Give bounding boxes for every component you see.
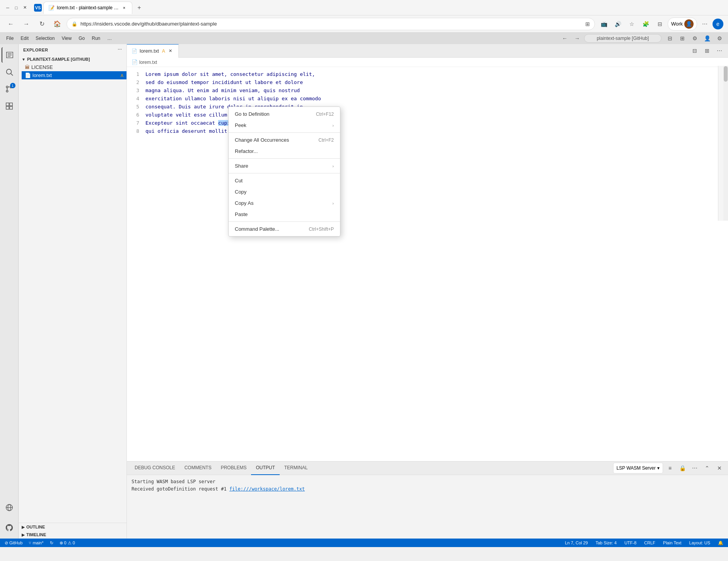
- scrollbar-thumb[interactable]: [724, 67, 728, 82]
- file-item-lorem[interactable]: 📄 lorem.txt A: [22, 71, 126, 79]
- panel-maximize-button[interactable]: ⌃: [702, 463, 713, 474]
- vscode-nav-back[interactable]: ←: [559, 33, 570, 44]
- profile-avatar: 👤: [684, 19, 694, 29]
- status-sync-button[interactable]: ↻: [48, 540, 55, 546]
- vscode-nav-forward[interactable]: →: [572, 33, 583, 44]
- source-control-badge: 1: [10, 83, 15, 88]
- refresh-button[interactable]: ↻: [36, 18, 48, 30]
- ctx-change-all-occurrences[interactable]: Change All Occurrences Ctrl+F2: [229, 134, 340, 146]
- profile-label: Work: [671, 21, 683, 27]
- status-errors-button[interactable]: ⊗ 0 ⚠ 0: [58, 540, 77, 546]
- maximize-button[interactable]: □: [13, 5, 19, 11]
- split-view-button[interactable]: ⊟: [654, 18, 666, 30]
- panel-close-button[interactable]: ✕: [714, 463, 725, 474]
- minimize-button[interactable]: ─: [5, 5, 11, 11]
- tab-favicon: 📝: [48, 5, 55, 11]
- code-line-1: Lorem ipsum dolor sit amet, consectetur …: [145, 70, 728, 78]
- new-tab-button[interactable]: +: [134, 2, 145, 13]
- home-button[interactable]: 🏠: [51, 18, 63, 30]
- tab-close-icon[interactable]: ✕: [167, 48, 174, 54]
- activity-explorer-button[interactable]: [2, 47, 17, 63]
- status-line-ending[interactable]: CRLF: [643, 540, 657, 545]
- panel-content: Starting WASM based LSP server Received …: [127, 475, 728, 539]
- layout-button[interactable]: ⊟: [665, 33, 675, 44]
- status-layout[interactable]: Layout: US: [688, 540, 712, 545]
- command-center[interactable]: plaintext-sample [GitHub]: [584, 34, 661, 43]
- activity-search-button[interactable]: [2, 64, 17, 80]
- activity-github-button[interactable]: [2, 520, 17, 535]
- activity-remote-button[interactable]: [2, 500, 17, 515]
- menu-file[interactable]: File: [3, 34, 17, 43]
- panel-tab-problems[interactable]: PROBLEMS: [216, 461, 251, 475]
- lock-output-button[interactable]: 🔒: [677, 463, 688, 474]
- scrollbar-track[interactable]: [723, 67, 728, 221]
- status-encoding[interactable]: UTF-8: [623, 540, 638, 545]
- address-bar[interactable]: 🔒 https://insiders.vscode.dev/github/dba…: [67, 18, 595, 30]
- panel-layout-button[interactable]: ⊞: [677, 33, 688, 44]
- customize-layout-button[interactable]: ⚙: [689, 33, 700, 44]
- outline-header[interactable]: ▶ OUTLINE: [19, 523, 126, 531]
- editor-tab-lorem[interactable]: 📄 lorem.txt A ✕: [127, 44, 179, 58]
- ctx-peek[interactable]: Peek ›: [229, 120, 340, 131]
- settings-button[interactable]: ⚙: [714, 33, 725, 44]
- editor-more-button[interactable]: ⋯: [714, 45, 725, 56]
- menu-run[interactable]: Run: [89, 34, 103, 43]
- nav-actions: 📺 🔊 ☆ 🧩 ⊟ Work 👤 ⋯ e: [598, 17, 723, 31]
- clear-output-button[interactable]: ≡: [665, 463, 675, 474]
- forward-button[interactable]: →: [20, 18, 32, 30]
- output-link[interactable]: file:///workspace/lorem.txt: [229, 486, 305, 492]
- section-header[interactable]: ▼ PLAINTEXT-SAMPLE [GITHUB]: [19, 55, 126, 63]
- browser-tab-active[interactable]: 📝 lorem.txt - plaintext-sample [Git... ×: [43, 2, 132, 14]
- read-aloud-button[interactable]: 🔊: [612, 18, 624, 30]
- status-language[interactable]: Plain Text: [661, 540, 683, 545]
- file-item-license[interactable]: 🏛 LICENSE: [22, 63, 126, 71]
- favorites-button[interactable]: ☆: [626, 18, 638, 30]
- ctx-go-to-definition[interactable]: Go to Definition Ctrl+F12: [229, 108, 340, 120]
- sidebar-more-button[interactable]: ⋯: [118, 47, 122, 52]
- tab-close-button[interactable]: ×: [121, 5, 127, 11]
- ctx-copy-as[interactable]: Copy As ›: [229, 197, 340, 209]
- activity-extensions-button[interactable]: [2, 98, 17, 114]
- account-button[interactable]: 👤: [702, 33, 713, 44]
- editor-area: 📄 lorem.txt A ✕ ⊟ ⊞ ⋯ 📄 lorem.txt: [127, 44, 728, 539]
- menu-view[interactable]: View: [58, 34, 75, 43]
- toggle-panel-button[interactable]: ⊟: [689, 45, 700, 56]
- ctx-copy[interactable]: Copy: [229, 186, 340, 197]
- cast-button[interactable]: 📺: [598, 18, 610, 30]
- panel-tab-debug[interactable]: DEBUG CONSOLE: [130, 461, 180, 475]
- split-editor-button[interactable]: ⊞: [702, 45, 713, 56]
- menu-edit[interactable]: Edit: [17, 34, 32, 43]
- editor-content[interactable]: 1 2 3 4 5 6 7 8 Lorem ipsum dolor sit am…: [127, 67, 728, 461]
- menu-go[interactable]: Go: [75, 34, 88, 43]
- ctx-refactor[interactable]: Refactor...: [229, 146, 340, 157]
- browser-extensions-button[interactable]: 🧩: [640, 18, 652, 30]
- browser-more-button[interactable]: ⋯: [699, 18, 711, 30]
- tab-modified-indicator: A: [162, 48, 165, 54]
- close-button[interactable]: ✕: [22, 5, 28, 11]
- menu-selection[interactable]: Selection: [32, 34, 58, 43]
- menu-more[interactable]: …: [104, 34, 115, 43]
- panel-tabs: DEBUG CONSOLE COMMENTS PROBLEMS OUTPUT T…: [127, 461, 728, 475]
- editor-tabs: 📄 lorem.txt A ✕ ⊟ ⊞ ⋯: [127, 44, 728, 58]
- status-ln-col[interactable]: Ln 7, Col 29: [563, 540, 589, 545]
- ctx-share[interactable]: Share ›: [229, 160, 340, 172]
- timeline-header[interactable]: ▶ TIMELINE: [19, 531, 126, 539]
- status-github-button[interactable]: ⊘ GitHub: [3, 540, 24, 546]
- ctx-command-palette-shortcut: Ctrl+Shift+P: [309, 226, 334, 232]
- panel-tab-comments[interactable]: COMMENTS: [180, 461, 216, 475]
- ctx-command-palette[interactable]: Command Palette... Ctrl+Shift+P: [229, 223, 340, 235]
- ctx-paste[interactable]: Paste: [229, 209, 340, 220]
- status-branch-button[interactable]: ⑂ main*: [27, 540, 45, 545]
- server-select[interactable]: LSP WASM Server ▾: [613, 463, 663, 474]
- ctx-cut[interactable]: Cut: [229, 175, 340, 186]
- ctx-change-all-shortcut: Ctrl+F2: [318, 137, 334, 143]
- back-button[interactable]: ←: [5, 18, 17, 30]
- panel-tab-terminal[interactable]: TERMINAL: [280, 461, 313, 475]
- panel-more-button[interactable]: ⋯: [689, 463, 700, 474]
- profile-button[interactable]: Work 👤: [668, 17, 697, 31]
- status-notifications-button[interactable]: 🔔: [716, 540, 725, 546]
- warnings-count: 0: [73, 540, 75, 545]
- panel-tab-output[interactable]: OUTPUT: [251, 461, 279, 475]
- activity-source-control-button[interactable]: 1: [2, 81, 17, 97]
- status-tab-size[interactable]: Tab Size: 4: [594, 540, 618, 545]
